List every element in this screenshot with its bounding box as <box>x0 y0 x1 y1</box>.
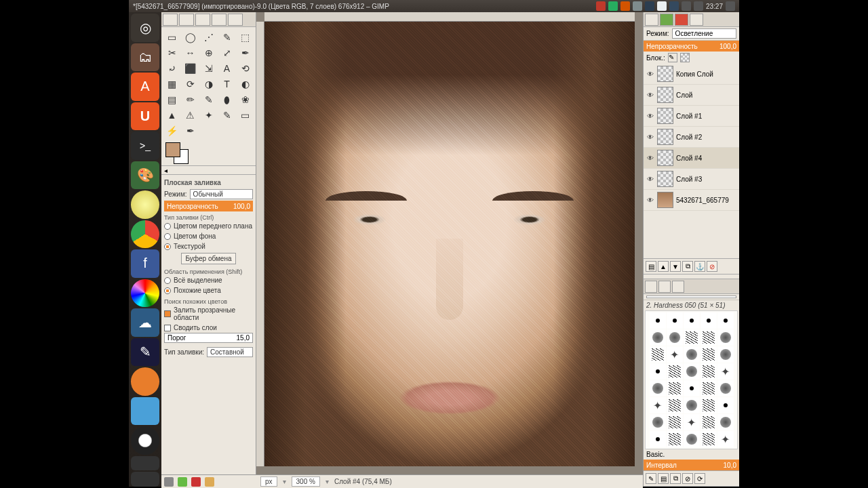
brush-cell[interactable] <box>717 414 734 430</box>
app-icon[interactable]: A <box>131 73 159 101</box>
tool-button[interactable]: ✦ <box>200 108 218 123</box>
brush-cell[interactable]: ✦ <box>650 397 666 413</box>
image-canvas[interactable] <box>264 22 635 466</box>
brush-cell[interactable] <box>684 312 700 329</box>
layer-row[interactable]: 👁 Слой #4 <box>644 148 739 169</box>
tool-button[interactable]: ▤ <box>163 92 181 107</box>
paths-tab[interactable] <box>675 14 688 26</box>
brush-cell[interactable] <box>667 431 683 447</box>
tool-button[interactable]: ⊕ <box>200 45 218 60</box>
tool-options-tab[interactable]: ◂ <box>161 165 256 175</box>
check-merge[interactable] <box>164 325 171 331</box>
audacity-icon[interactable] <box>131 426 159 455</box>
brush-cell[interactable] <box>667 380 683 396</box>
tool-button[interactable]: ⬚ <box>237 30 254 45</box>
brush-cell[interactable] <box>650 329 666 346</box>
cloud-app-icon[interactable]: ☁ <box>131 308 159 337</box>
brush-cell[interactable] <box>667 363 683 380</box>
lower-layer-button[interactable]: ▼ <box>670 261 681 272</box>
raise-layer-button[interactable]: ▲ <box>658 261 669 272</box>
cloud-icon[interactable] <box>657 1 667 11</box>
tray-icon[interactable] <box>620 1 630 11</box>
ubuntu-software-icon[interactable]: U <box>131 102 159 131</box>
brush-cell[interactable] <box>717 329 734 346</box>
tray-icon[interactable] <box>596 1 606 11</box>
brush-cell[interactable] <box>684 431 700 447</box>
brush-cell[interactable] <box>701 312 717 329</box>
channels-tab[interactable] <box>660 14 673 26</box>
app-icon[interactable] <box>131 456 159 471</box>
editor-icon[interactable]: ✎ <box>131 338 159 367</box>
opacity-slider[interactable]: Непрозрачность 100,0 <box>164 201 253 211</box>
footer-icon[interactable] <box>178 477 187 487</box>
layer-row[interactable]: 👁 Слой #2 <box>644 127 739 148</box>
radio-pattern[interactable] <box>164 243 171 250</box>
radio-similar[interactable] <box>164 287 171 294</box>
delete-layer-button[interactable]: ⊘ <box>707 261 717 272</box>
brush-cell[interactable] <box>684 380 700 396</box>
visibility-icon[interactable]: 👁 <box>646 197 654 204</box>
brush-cell[interactable] <box>650 312 666 329</box>
layer-opacity-slider[interactable]: Непрозрачность 100,0 <box>644 41 739 52</box>
dash-icon[interactable]: ◎ <box>131 14 159 42</box>
brush-cell[interactable]: ✦ <box>717 363 734 380</box>
disk-icon[interactable] <box>131 190 159 219</box>
visibility-icon[interactable]: 👁 <box>646 176 654 183</box>
tool-button[interactable]: ◑ <box>200 77 218 92</box>
tool-button[interactable]: ▲ <box>163 108 181 123</box>
brush-cell[interactable] <box>684 397 700 413</box>
brush-cell[interactable] <box>684 329 700 346</box>
duplicate-layer-button[interactable]: ⧉ <box>682 261 693 272</box>
units-select[interactable]: px <box>260 476 277 487</box>
tool-button[interactable]: ⬛ <box>182 61 199 76</box>
tool-button[interactable]: ⤢ <box>218 45 236 60</box>
chrome-icon[interactable] <box>131 220 159 249</box>
tool-button[interactable]: ❀ <box>237 92 254 107</box>
brush-cell[interactable]: ✦ <box>717 431 734 447</box>
toolbox-tab[interactable] <box>228 14 243 26</box>
tool-button[interactable]: ✏ <box>182 92 199 107</box>
toolbox-tab[interactable] <box>195 14 210 26</box>
brush-cell[interactable] <box>717 312 734 329</box>
undo-tab[interactable] <box>690 14 703 26</box>
brush-cell[interactable] <box>667 397 683 413</box>
tool-button[interactable]: ▦ <box>163 77 181 92</box>
foreground-color[interactable] <box>165 142 180 157</box>
brush-cell[interactable]: ✦ <box>667 346 683 363</box>
tool-button[interactable]: ✒ <box>182 123 199 138</box>
new-brush-button[interactable]: ▤ <box>658 473 669 484</box>
anchor-layer-button[interactable]: ⚓ <box>694 261 705 272</box>
brush-cell[interactable] <box>701 431 717 447</box>
visibility-icon[interactable]: 👁 <box>646 70 654 78</box>
tool-button[interactable]: ✎ <box>200 92 218 107</box>
brush-cell[interactable] <box>717 380 734 396</box>
tool-button[interactable]: ⟳ <box>182 77 199 92</box>
tool-button[interactable]: ✒ <box>237 45 254 60</box>
footer-icon[interactable] <box>164 477 174 487</box>
app-icon[interactable] <box>131 397 159 426</box>
tool-button[interactable]: ⤾ <box>163 61 181 76</box>
visibility-icon[interactable]: 👁 <box>646 113 654 120</box>
edit-brush-button[interactable]: ✎ <box>646 473 656 484</box>
brush-cell[interactable] <box>650 346 666 363</box>
brush-cell[interactable] <box>667 329 683 346</box>
tool-button[interactable]: ◯ <box>182 30 199 45</box>
new-layer-button[interactable]: ▤ <box>646 261 656 272</box>
lock-alpha-icon[interactable] <box>680 53 690 62</box>
color-picker-icon[interactable] <box>131 279 159 308</box>
clock[interactable]: 23:27 <box>706 3 723 10</box>
tray-icon[interactable] <box>633 1 642 11</box>
refresh-brush-button[interactable]: ⟳ <box>694 473 705 484</box>
brush-cell[interactable] <box>701 397 717 413</box>
fg-bg-colors[interactable] <box>165 142 256 163</box>
ruler-vertical[interactable] <box>256 22 264 466</box>
tool-button[interactable]: ▭ <box>163 30 181 45</box>
brush-cell[interactable] <box>684 346 700 363</box>
volume-icon[interactable] <box>694 1 703 11</box>
mail-icon[interactable] <box>682 1 691 11</box>
brush-cell[interactable] <box>667 312 683 329</box>
mode-select[interactable]: Обычный <box>190 189 253 199</box>
terminal-icon[interactable]: >_ <box>131 131 159 160</box>
brush-spacing-slider[interactable]: Интервал 10,0 <box>644 460 739 470</box>
brush-cell[interactable] <box>650 414 666 430</box>
